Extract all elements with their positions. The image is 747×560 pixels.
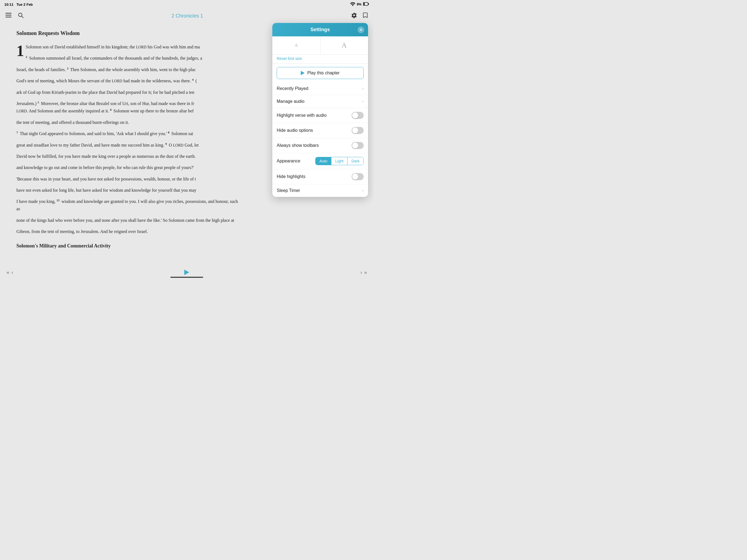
next-next-arrow[interactable]: »	[364, 270, 367, 275]
wifi-icon	[350, 2, 355, 7]
verse-4: God's tent of meeting, which Moses the s…	[17, 77, 241, 85]
always-show-toolbars-label: Always show toolbars	[277, 143, 319, 148]
font-decrease-button[interactable]: A	[272, 36, 320, 54]
sleep-timer-chevron: ›	[362, 188, 364, 193]
hide-audio-label: Hide audio options	[277, 128, 313, 133]
status-bar: 10:11 Tue 2 Feb 9%	[0, 0, 374, 9]
hide-highlights-toggle[interactable]	[352, 173, 364, 180]
bookmark-icon[interactable]	[363, 12, 368, 19]
always-show-toolbars-row: Always show toolbars	[272, 138, 368, 153]
verse-num-1: 1	[17, 43, 24, 58]
verse-9b: and knowledge to go out and come in befo…	[17, 164, 241, 171]
prev-arrows[interactable]: « ‹	[6, 270, 13, 275]
play-icon	[301, 71, 305, 75]
verse-9: David now be fulfilled, for you have mad…	[17, 153, 241, 160]
verse-5: Jerusalem.) 5 Moreover, the bronze altar…	[17, 100, 241, 115]
sleep-timer-row[interactable]: Sleep Timer ›	[272, 184, 368, 197]
highlight-verse-toggle[interactable]	[352, 112, 364, 119]
play-chapter-label: Play this chapter	[307, 71, 340, 75]
section-heading-2: Solomon's Military and Commercial Activi…	[17, 242, 241, 250]
reset-font-size[interactable]: Reset font size	[272, 55, 368, 64]
settings-header: Settings ×	[272, 23, 368, 36]
hide-audio-row: Hide audio options	[272, 123, 368, 138]
verse-12b: none of the kings had who were before yo…	[17, 217, 241, 224]
verse-2: 2 Solomon summoned all Israel, the comma…	[17, 54, 241, 62]
recently-played-label: Recently Played	[277, 86, 308, 91]
appearance-auto-button[interactable]: Auto	[315, 157, 331, 165]
toggle-knob-4	[352, 174, 358, 180]
bottom-bar: « ‹ › »	[0, 265, 374, 280]
home-indicator	[170, 277, 203, 278]
settings-icon[interactable]	[351, 12, 357, 19]
settings-panel: Settings × A A Reset font size Play this…	[272, 23, 368, 197]
font-increase-button[interactable]: A	[320, 36, 368, 54]
status-time: 10:11	[4, 2, 14, 6]
font-small-label: A	[294, 43, 298, 48]
sleep-timer-label: Sleep Timer	[277, 188, 300, 193]
verse-13: Gibeon, from the tent of meeting, to Jer…	[17, 228, 241, 235]
highlight-verse-row: Highlight verse with audio	[272, 108, 368, 123]
manage-audio-label: Manage audio	[277, 99, 304, 104]
svg-line-7	[22, 16, 23, 18]
appearance-dark-button[interactable]: Dark	[347, 157, 363, 165]
appearance-label: Appearance	[277, 159, 300, 163]
hide-audio-toggle[interactable]	[352, 127, 364, 134]
next-arrows[interactable]: › »	[360, 270, 367, 275]
verse-3: Israel, the heads of families. 3 Then So…	[17, 66, 241, 74]
appearance-buttons: Auto Light Dark	[315, 157, 364, 165]
play-triangle-icon	[184, 270, 189, 275]
chapter-heading: Solomon Requests Wisdom	[17, 28, 241, 38]
recently-played-chevron: ›	[362, 86, 364, 91]
status-date: Tue 2 Feb	[17, 2, 33, 6]
always-show-toolbars-toggle[interactable]	[352, 142, 364, 149]
verse-1: 1 Solomon son of David established himse…	[17, 43, 241, 51]
play-button-bottom[interactable]	[182, 268, 192, 277]
svg-rect-4	[5, 15, 11, 16]
verse-9c: 'Because this was in your heart, and you…	[17, 175, 241, 183]
manage-audio-chevron: ›	[362, 99, 364, 104]
manage-audio-row[interactable]: Manage audio ›	[272, 95, 368, 108]
verse-6b: the tent of meeting, and offered a thous…	[17, 119, 241, 126]
prev-arrow[interactable]: ‹	[11, 270, 13, 275]
prev-prev-arrow[interactable]: «	[6, 270, 9, 275]
menu-icon[interactable]	[5, 13, 11, 19]
recently-played-row[interactable]: Recently Played ›	[272, 82, 368, 95]
settings-title: Settings	[310, 27, 330, 32]
highlight-verse-label: Highlight verse with audio	[277, 113, 327, 118]
play-chapter-button[interactable]: Play this chapter	[277, 67, 364, 79]
toggle-knob	[352, 112, 358, 119]
verse-12: I have made you king, 12 wisdom and know…	[17, 198, 241, 213]
next-arrow[interactable]: ›	[360, 270, 362, 275]
nav-right	[351, 12, 368, 19]
bible-content: Solomon Requests Wisdom 1 Solomon son of…	[0, 23, 257, 266]
hide-highlights-row: Hide highlights	[272, 169, 368, 184]
verse-9d: have not even asked for long life, but h…	[17, 186, 241, 194]
svg-rect-2	[368, 3, 369, 5]
font-size-row: A A	[272, 36, 368, 55]
svg-rect-3	[5, 13, 11, 14]
hide-highlights-label: Hide highlights	[277, 174, 305, 179]
svg-rect-5	[5, 17, 11, 18]
verse-7: 7 That night God appeared to Solomon, an…	[17, 130, 241, 137]
status-time-date: 10:11 Tue 2 Feb	[4, 2, 33, 6]
font-large-label: A	[341, 41, 347, 50]
battery-percent: 9%	[357, 2, 361, 6]
search-icon[interactable]	[18, 12, 24, 19]
svg-rect-1	[364, 3, 365, 5]
toggle-knob-2	[352, 127, 358, 133]
appearance-light-button[interactable]: Light	[331, 157, 347, 165]
toggle-knob-3	[352, 143, 358, 149]
nav-left	[5, 12, 24, 19]
page-title: 2 Chronicles 1	[172, 13, 203, 19]
verse-8b: great and steadfast love to my father Da…	[17, 142, 241, 149]
verse-4b: ark of God up from Kiriath-jearim to the…	[17, 88, 241, 96]
status-right: 9%	[350, 2, 369, 7]
battery-icon	[363, 2, 369, 6]
nav-bar: 2 Chronicles 1	[0, 9, 374, 23]
settings-close-button[interactable]: ×	[358, 27, 364, 33]
appearance-row: Appearance Auto Light Dark	[272, 153, 368, 169]
